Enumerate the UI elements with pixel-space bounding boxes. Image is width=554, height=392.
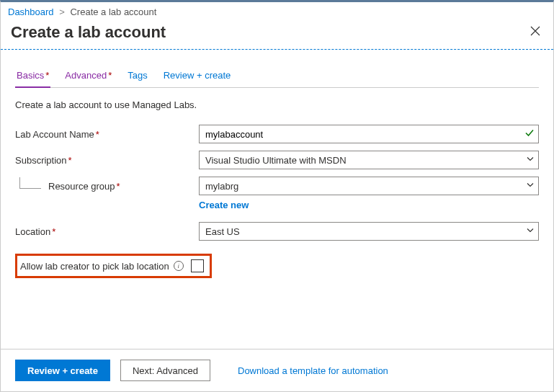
divider	[1, 49, 553, 50]
row-resource-group: Resource group* mylabrg Create new	[15, 177, 539, 210]
row-lab-account-name: Lab Account Name*	[15, 125, 539, 143]
tab-basics-label: Basics	[17, 70, 44, 81]
label-resource-group: Resource group*	[15, 177, 199, 192]
content: Basics* Advanced* Tags Review + create C…	[1, 61, 553, 278]
subscription-select[interactable]: Visual Studio Ultimate with MSDN	[199, 151, 539, 169]
breadcrumb-root-link[interactable]: Dashboard	[8, 6, 54, 17]
tab-tags[interactable]: Tags	[126, 66, 148, 88]
breadcrumb: Dashboard > Create a lab account	[1, 2, 553, 20]
tab-review[interactable]: Review + create	[162, 66, 233, 88]
info-icon[interactable]: i	[174, 261, 184, 271]
header: Create a lab account	[1, 20, 553, 49]
breadcrumb-current: Create a lab account	[70, 6, 156, 17]
required-indicator: *	[45, 70, 49, 81]
close-icon[interactable]	[527, 23, 543, 42]
required-indicator: *	[108, 70, 112, 81]
lab-account-name-input[interactable]	[199, 125, 539, 143]
row-subscription: Subscription* Visual Studio Ultimate wit…	[15, 151, 539, 169]
label-allow-pick-location: Allow lab creator to pick lab location	[20, 261, 169, 272]
label-location: Location*	[15, 222, 199, 237]
download-template-link[interactable]: Download a template for automation	[238, 365, 388, 376]
location-select[interactable]: East US	[199, 222, 539, 241]
form-description: Create a lab account to use Managed Labs…	[15, 99, 539, 110]
page-title: Create a lab account	[11, 23, 166, 42]
label-subscription: Subscription*	[15, 151, 199, 166]
tree-connector-icon	[19, 177, 41, 189]
tab-advanced-label: Advanced	[65, 70, 107, 81]
resource-group-value: mylabrg	[205, 181, 238, 192]
location-value: East US	[205, 226, 240, 237]
create-new-resource-group-link[interactable]: Create new	[199, 200, 249, 210]
subscription-value: Visual Studio Ultimate with MSDN	[205, 155, 347, 166]
footer: Review + create Next: Advanced Download …	[1, 349, 553, 391]
review-create-button[interactable]: Review + create	[15, 360, 110, 381]
next-advanced-button[interactable]: Next: Advanced	[120, 360, 210, 381]
row-location: Location* East US	[15, 222, 539, 241]
tab-basics[interactable]: Basics*	[15, 66, 50, 88]
breadcrumb-separator: >	[59, 6, 65, 17]
allow-pick-location-checkbox[interactable]	[191, 259, 204, 272]
tab-advanced[interactable]: Advanced*	[63, 66, 113, 88]
row-allow-pick-location: Allow lab creator to pick lab location i	[15, 254, 212, 278]
tabs: Basics* Advanced* Tags Review + create	[15, 61, 539, 88]
resource-group-select[interactable]: mylabrg	[199, 177, 539, 195]
label-lab-account-name: Lab Account Name*	[15, 125, 199, 140]
